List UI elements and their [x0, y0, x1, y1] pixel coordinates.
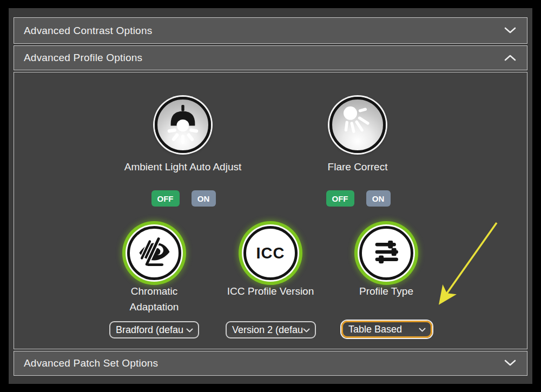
flare-correct-circle: [329, 97, 386, 153]
section-title: Advanced Profile Options: [24, 52, 142, 64]
ambient-light-circle: [155, 97, 211, 153]
advanced-profile-options-panel: Ambient Light Auto Adjust Flare Correct …: [14, 72, 527, 349]
flare-correct-off-button[interactable]: OFF: [326, 190, 354, 207]
section-header-advanced-profile-options[interactable]: Advanced Profile Options: [14, 45, 527, 70]
profile-type-dropdown[interactable]: Table Based: [341, 321, 432, 338]
pendant-lamp-icon: [160, 101, 206, 149]
flare-correct-label: Flare Correct: [276, 159, 439, 175]
lens-flare-icon: [334, 101, 381, 149]
section-title: Advanced Patch Set Options: [24, 357, 158, 369]
dropdown-value: Version 2 (defau: [232, 324, 303, 336]
eye-off-icon: [133, 231, 175, 275]
chevron-up-icon: [504, 52, 516, 64]
dropdown-value: Table Based: [348, 324, 402, 335]
icc-badge-icon: ICC: [243, 226, 298, 280]
chevron-down-icon: [186, 324, 193, 336]
annotation-arrow: [14, 72, 527, 349]
profile-type-label: Profile Type: [332, 283, 440, 299]
section-header-advanced-contrast-options[interactable]: Advanced Contrast Options: [14, 17, 527, 44]
chevron-down-icon: [419, 324, 426, 335]
sliders-icon: [365, 231, 407, 275]
ambient-light-off-button[interactable]: OFF: [151, 190, 180, 207]
icc-profile-version-label: ICC Profile Version: [206, 283, 335, 299]
ambient-light-label: Ambient Light Auto Adjust: [102, 159, 264, 175]
chevron-down-icon: [303, 324, 310, 336]
icc-profile-version-dropdown[interactable]: Version 2 (defau: [226, 321, 316, 338]
chromatic-adaptation-dropdown[interactable]: Bradford (defau: [109, 321, 199, 338]
dropdown-value: Bradford (defau: [116, 324, 183, 336]
chevron-down-icon: [504, 25, 516, 37]
section-title: Advanced Contrast Options: [24, 25, 152, 37]
icc-badge-text: ICC: [256, 244, 285, 262]
chromatic-adaptation-label: Chromatic Adaptation: [116, 283, 192, 315]
chevron-down-icon: [504, 357, 516, 369]
ambient-light-toggle: OFF ON: [129, 190, 237, 207]
profile-type-circle: [359, 226, 413, 280]
chromatic-adaptation-circle: [127, 226, 181, 280]
flare-correct-on-button[interactable]: ON: [366, 190, 391, 207]
flare-correct-toggle: OFF ON: [304, 190, 412, 207]
section-header-advanced-patch-set-options[interactable]: Advanced Patch Set Options: [14, 351, 527, 376]
settings-window: Advanced Contrast Options Advanced Profi…: [9, 8, 532, 384]
ambient-light-on-button[interactable]: ON: [192, 190, 216, 207]
